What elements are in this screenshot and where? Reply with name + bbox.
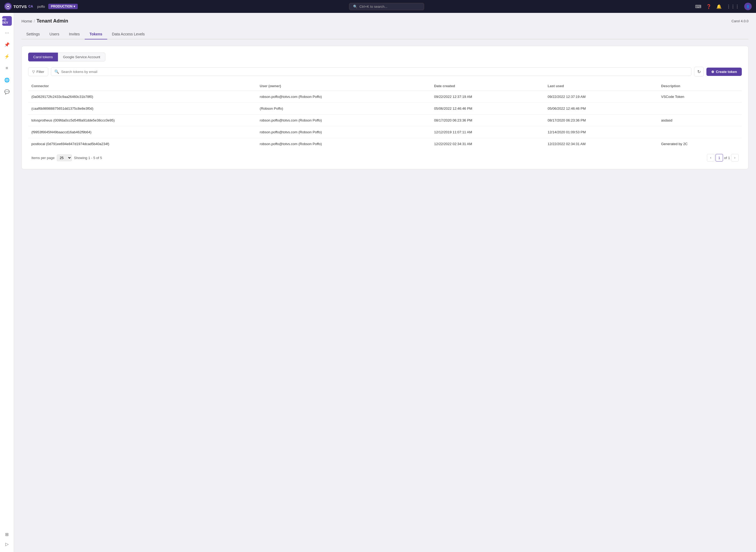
refresh-button[interactable]: ↻ <box>694 67 704 77</box>
cell-last-used-3: 12/14/2020 01:09:53 PM <box>545 126 658 138</box>
page-of-label: of <box>724 156 727 160</box>
navigation-tabs: Settings Users Invites Tokens Data Acces… <box>21 29 749 39</box>
cell-date-created-2: 08/17/2020 06:23:36 PM <box>431 115 544 126</box>
sidebar-item-pin[interactable]: 📌 <box>2 40 12 49</box>
sidebar: PO DEV ⋯ 📌 ⚡ ≡ 🌐 💬 ⊞ ▷ <box>0 13 14 552</box>
filter-button[interactable]: ▽ Filter <box>28 67 48 76</box>
cell-last-used-1: 05/06/2022 12:46:46 PM <box>545 103 658 115</box>
tab-invites[interactable]: Invites <box>64 29 84 39</box>
environment-selector[interactable]: PRODUCTION ▾ <box>48 4 78 9</box>
col-date-created: Date created <box>431 81 544 91</box>
tokens-card: Carol tokens Google Service Account ▽ Fi… <box>21 46 749 169</box>
user-avatar[interactable]: 👤 <box>744 3 752 10</box>
sidebar-item-apps[interactable]: ⚡ <box>2 51 12 61</box>
cell-date-created-3: 12/12/2019 11:07:11 AM <box>431 126 544 138</box>
tab-data-access[interactable]: Data Access Levels <box>107 29 150 39</box>
cell-description-2: asdasd <box>658 115 742 126</box>
code-icon[interactable]: ⌨ <box>695 4 701 9</box>
main-content: Home / Tenant Admin Carol 4.0.0 Settings… <box>14 13 756 552</box>
search-input[interactable] <box>61 70 688 74</box>
tab-users[interactable]: Users <box>45 29 64 39</box>
breadcrumb: Home / Tenant Admin <box>21 18 68 24</box>
col-user: User (owner) <box>256 81 431 91</box>
table-row[interactable]: (f9953f6645f449baaccd16ab462f9b64) robso… <box>28 126 742 138</box>
col-description: Description <box>658 81 742 91</box>
pagination-right: ‹ 1 of 1 › <box>707 154 739 161</box>
create-token-label: Create token <box>716 70 737 74</box>
user-tag: CA <box>28 5 33 8</box>
sidebar-avatar[interactable]: PO DEV <box>2 16 12 26</box>
cell-description-0: VSCode Token <box>658 91 742 103</box>
tokens-table: Connector User (owner) Date created Last… <box>28 81 742 150</box>
help-icon[interactable]: ❓ <box>706 4 712 9</box>
token-search[interactable]: 🔍 <box>51 67 692 76</box>
pin-icon: 📌 <box>4 42 10 47</box>
totvs-logo-icon <box>4 3 12 10</box>
cell-user-0: robson.poffo@totvs.com (Robson Poffo) <box>256 91 431 103</box>
cell-user-2: robson.poffo@totvs.com (Robson Poffo) <box>256 115 431 126</box>
logo[interactable]: TOTVS CA <box>4 3 33 10</box>
create-token-button[interactable]: ⊕ Create token <box>706 67 742 76</box>
cell-connector-3: (f9953f6645f449baaccd16ab462f9b64) <box>28 126 256 138</box>
grid-icon[interactable]: ⋮⋮⋮ <box>727 4 739 9</box>
analytics-icon: ⋯ <box>5 30 9 35</box>
sidebar-item-globe[interactable]: 🌐 <box>2 75 12 85</box>
tab-settings[interactable]: Settings <box>21 29 45 39</box>
filter-label: Filter <box>36 70 44 74</box>
cell-user-4: robson.poffo@totvs.com (Robson Poffo) <box>256 138 431 150</box>
global-search[interactable]: 🔍 Ctrl+K to search... <box>349 3 424 10</box>
showing-text: Showing 1 - 5 of 5 <box>74 156 102 160</box>
search-icon: 🔍 <box>54 70 59 74</box>
col-connector: Connector <box>28 81 256 91</box>
cell-connector-2: totvsprotheus (009fda0cc5d54f8a91dde5e38… <box>28 115 256 126</box>
table-row[interactable]: (caaf6b98988875651dd1375c8e8e3f0d) (Robs… <box>28 103 742 115</box>
pagination: Items per page 25 50 100 Showing 1 - 5 o… <box>28 150 742 162</box>
tokens-toolbar: ▽ Filter 🔍 ↻ ⊕ Create token <box>28 67 742 77</box>
logo-text: TOTVS <box>13 4 27 9</box>
table-row[interactable]: (0a0829172fc2433c9aa26460c31b78f0) robso… <box>28 91 742 103</box>
filter-icon: ▽ <box>32 70 35 74</box>
breadcrumb-home[interactable]: Home <box>21 19 32 23</box>
google-service-btn[interactable]: Google Service Account <box>58 52 106 61</box>
globe-icon: 🌐 <box>4 78 10 83</box>
grid-sidebar-icon: ⊞ <box>5 532 9 537</box>
cell-description-4: Generated by 2C <box>658 138 742 150</box>
cell-user-3: robson.poffo@totvs.com (Robson Poffo) <box>256 126 431 138</box>
chat-icon: 💬 <box>4 89 10 95</box>
apps-icon: ⚡ <box>4 54 10 59</box>
pagination-left: Items per page 25 50 100 Showing 1 - 5 o… <box>31 154 102 161</box>
table-row[interactable]: postlocal (0d791ee694e847d1974dcad5b40a2… <box>28 138 742 150</box>
cell-connector-1: (caaf6b98988875651dd1375c8e8e3f0d) <box>28 103 256 115</box>
sidebar-item-chat[interactable]: 💬 <box>2 87 12 97</box>
carol-tokens-btn[interactable]: Carol tokens <box>28 52 58 61</box>
search-hint: Ctrl+K to search... <box>360 5 387 9</box>
sidebar-avatar-label: PO DEV <box>2 18 12 24</box>
tab-tokens[interactable]: Tokens <box>85 29 107 39</box>
page-header: Home / Tenant Admin Carol 4.0.0 <box>21 18 749 24</box>
current-page: 1 <box>716 154 723 161</box>
sidebar-item-expand[interactable]: ▷ <box>2 539 12 549</box>
app-name: poffo <box>37 5 45 9</box>
notifications-icon[interactable]: 🔔 <box>716 4 722 9</box>
sidebar-item-analytics[interactable]: ⋯ <box>2 28 12 37</box>
cell-last-used-2: 08/17/2020 06:23:36 PM <box>545 115 658 126</box>
sidebar-item-list[interactable]: ≡ <box>2 63 12 73</box>
page-title: Tenant Admin <box>36 18 68 24</box>
version-label: Carol 4.0.0 <box>731 19 749 23</box>
table-row[interactable]: totvsprotheus (009fda0cc5d54f8a91dde5e38… <box>28 115 742 126</box>
cell-date-created-1: 05/06/2022 12:46:46 PM <box>431 103 544 115</box>
sidebar-item-grid[interactable]: ⊞ <box>2 530 12 539</box>
prev-page-button[interactable]: ‹ <box>707 154 715 161</box>
total-pages: 1 <box>728 156 730 160</box>
expand-icon: ▷ <box>5 542 9 547</box>
next-page-button[interactable]: › <box>731 154 739 161</box>
plus-icon: ⊕ <box>711 70 714 74</box>
topnav-icons: ⌨ ❓ 🔔 ⋮⋮⋮ 👤 <box>695 3 752 10</box>
cell-date-created-0: 09/22/2022 12:37:19 AM <box>431 91 544 103</box>
list-icon: ≡ <box>6 66 8 71</box>
items-per-page-selector[interactable]: 25 50 100 <box>57 154 72 161</box>
items-per-page-label: Items per page <box>31 156 55 160</box>
cell-last-used-0: 09/22/2022 12:37:19 AM <box>545 91 658 103</box>
per-page-select[interactable]: 25 50 100 <box>57 154 72 161</box>
cell-date-created-4: 12/22/2022 02:34:31 AM <box>431 138 544 150</box>
